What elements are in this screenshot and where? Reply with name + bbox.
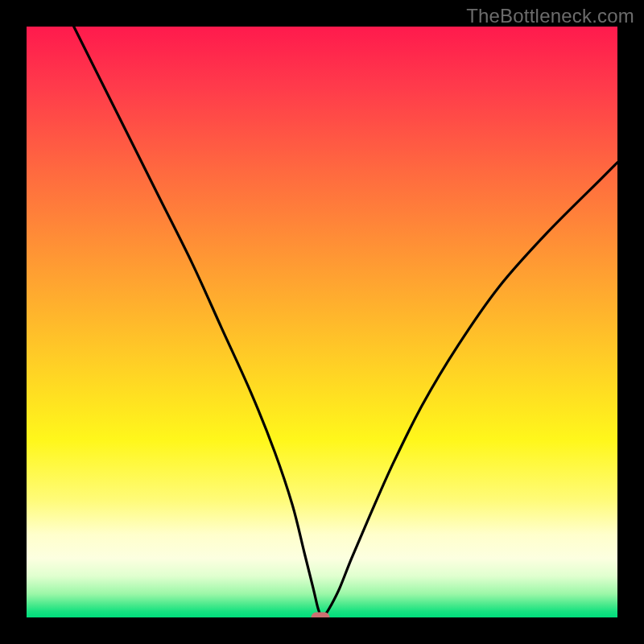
curve-path bbox=[74, 27, 617, 617]
plot-area bbox=[27, 27, 617, 617]
chart-frame: TheBottleneck.com bbox=[0, 0, 644, 644]
bottleneck-marker bbox=[311, 613, 329, 618]
watermark-text: TheBottleneck.com bbox=[466, 5, 634, 27]
curve-svg bbox=[27, 27, 617, 617]
